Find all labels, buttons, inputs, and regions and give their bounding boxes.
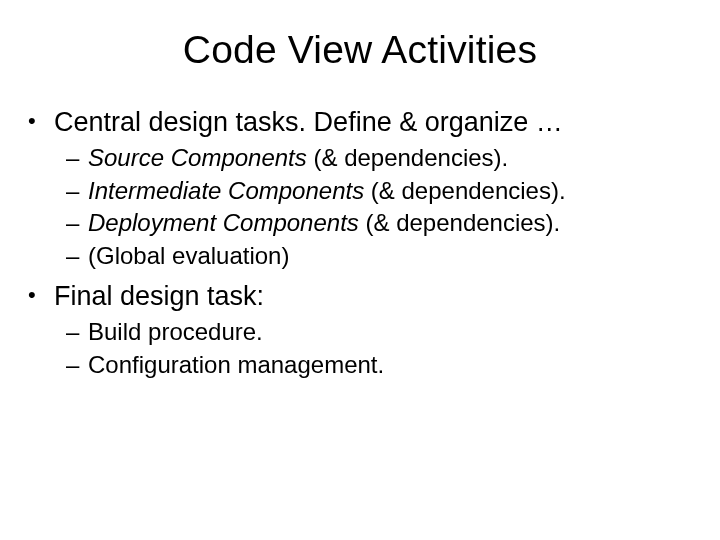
sub-bullet: (Global evaluation) bbox=[20, 240, 700, 272]
emphasis-text: Deployment Components bbox=[88, 209, 359, 236]
sub-bullet: Intermediate Components (& dependencies)… bbox=[20, 175, 700, 207]
plain-text: (& dependencies). bbox=[364, 177, 565, 204]
bullet-final-design: Final design task: bbox=[20, 278, 700, 314]
slide: Code View Activities Central design task… bbox=[0, 0, 720, 540]
emphasis-text: Source Components bbox=[88, 144, 307, 171]
sub-bullet: Configuration management. bbox=[20, 349, 700, 381]
slide-body: Central design tasks. Define & organize … bbox=[0, 80, 720, 381]
plain-text: (& dependencies). bbox=[359, 209, 560, 236]
bullet-central-design: Central design tasks. Define & organize … bbox=[20, 104, 700, 140]
sub-bullet: Build procedure. bbox=[20, 316, 700, 348]
sub-bullet: Deployment Components (& dependencies). bbox=[20, 207, 700, 239]
plain-text: (& dependencies). bbox=[307, 144, 508, 171]
slide-title: Code View Activities bbox=[0, 0, 720, 80]
sub-bullet: Source Components (& dependencies). bbox=[20, 142, 700, 174]
plain-text: (Global evaluation) bbox=[88, 242, 289, 269]
emphasis-text: Intermediate Components bbox=[88, 177, 364, 204]
